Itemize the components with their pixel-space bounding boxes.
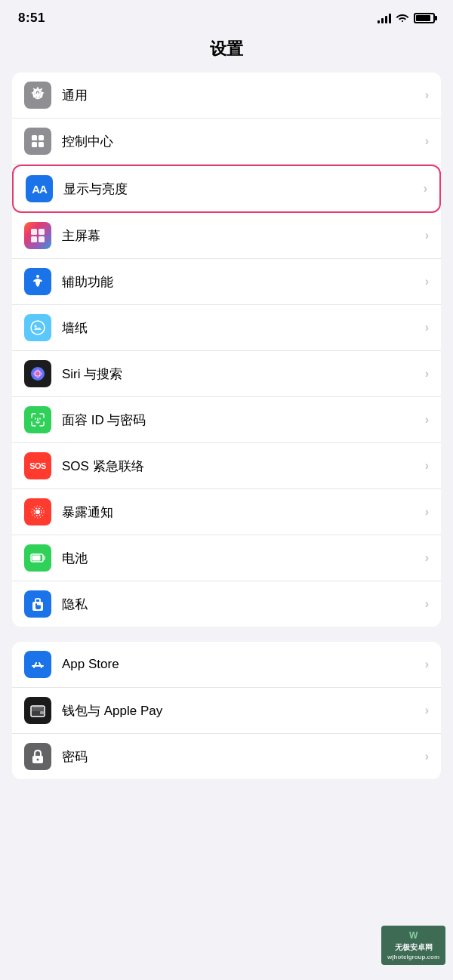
settings-row-siri[interactable]: Siri 与搜索 ›	[12, 351, 441, 397]
svg-rect-8	[39, 229, 45, 235]
svg-rect-6	[39, 142, 44, 147]
settings-row-privacy[interactable]: 隐私 ›	[12, 581, 441, 627]
svg-rect-9	[31, 236, 37, 242]
homescreen-chevron: ›	[425, 229, 429, 242]
settings-section-2: App Store › 钱包与 Apple Pay › 密码 ›	[12, 642, 441, 779]
status-icons	[378, 12, 435, 25]
settings-row-general[interactable]: 通用 ›	[12, 72, 441, 119]
control-center-chevron: ›	[425, 134, 429, 148]
settings-row-appstore[interactable]: App Store ›	[12, 642, 441, 688]
accessibility-label: 辅助功能	[62, 273, 425, 291]
accessibility-chevron: ›	[425, 275, 429, 288]
page-title: 设置	[0, 38, 453, 60]
svg-rect-29	[40, 711, 44, 714]
settings-row-control-center[interactable]: 控制中心 ›	[12, 119, 441, 165]
sos-label: SOS 紧急联络	[62, 458, 425, 475]
appstore-chevron: ›	[425, 658, 429, 671]
page-header: 设置	[0, 32, 453, 72]
wallpaper-label: 墙纸	[62, 319, 425, 337]
wallpaper-chevron: ›	[425, 321, 429, 334]
exposure-icon	[24, 498, 51, 525]
exposure-label: 暴露通知	[62, 504, 425, 521]
control-center-label: 控制中心	[62, 133, 425, 150]
general-chevron: ›	[425, 88, 429, 102]
wallet-chevron: ›	[425, 704, 429, 717]
display-icon: AA	[26, 175, 53, 202]
appstore-icon	[24, 651, 51, 678]
settings-row-battery[interactable]: 电池 ›	[12, 535, 441, 581]
status-bar: 8:51	[0, 0, 453, 32]
battery-label: 电池	[62, 550, 425, 567]
svg-rect-3	[32, 135, 37, 140]
watermark: W 无极安卓网 wjhotelgroup.com	[381, 926, 445, 965]
sos-chevron: ›	[425, 459, 429, 473]
signal-icon	[378, 13, 391, 23]
svg-point-11	[36, 275, 39, 278]
settings-row-sos[interactable]: SOS SOS 紧急联络 ›	[12, 443, 441, 489]
svg-rect-28	[31, 708, 45, 711]
privacy-label: 隐私	[62, 596, 425, 613]
privacy-chevron: ›	[425, 597, 429, 611]
siri-label: Siri 与搜索	[62, 365, 425, 383]
display-chevron: ›	[424, 182, 427, 196]
general-icon	[24, 82, 51, 109]
settings-row-wallet[interactable]: 钱包与 Apple Pay ›	[12, 688, 441, 734]
faceid-label: 面容 ID 与密码	[62, 411, 425, 429]
settings-row-exposure[interactable]: 暴露通知 ›	[12, 489, 441, 535]
wallpaper-icon	[24, 314, 51, 341]
password-chevron: ›	[425, 750, 429, 763]
battery-settings-icon	[24, 544, 51, 572]
homescreen-label: 主屏幕	[62, 227, 425, 245]
svg-point-2	[37, 92, 39, 94]
battery-chevron: ›	[425, 551, 429, 565]
siri-chevron: ›	[425, 367, 429, 381]
svg-rect-4	[39, 135, 44, 140]
wallet-label: 钱包与 Apple Pay	[62, 702, 425, 720]
settings-row-wallpaper[interactable]: 墙纸 ›	[12, 305, 441, 351]
svg-point-32	[37, 759, 39, 761]
settings-section-1: 通用 › 控制中心 › AA 显示与亮度 ›	[12, 72, 441, 627]
svg-point-14	[31, 367, 45, 381]
settings-row-homescreen[interactable]: 主屏幕 ›	[12, 213, 441, 259]
wifi-icon	[396, 12, 409, 25]
sos-icon: SOS	[24, 452, 51, 479]
siri-icon	[24, 360, 51, 387]
faceid-icon	[24, 406, 51, 433]
svg-rect-10	[39, 236, 45, 242]
status-time: 8:51	[18, 11, 45, 26]
watermark-text: 无极安卓网	[387, 942, 439, 953]
settings-row-accessibility[interactable]: 辅助功能 ›	[12, 259, 441, 305]
faceid-chevron: ›	[425, 413, 429, 427]
display-label: 显示与亮度	[63, 180, 424, 198]
svg-point-13	[35, 325, 37, 328]
svg-point-19	[35, 510, 40, 514]
settings-row-display[interactable]: AA 显示与亮度 ›	[12, 165, 441, 213]
battery-icon	[414, 13, 435, 23]
accessibility-icon	[24, 268, 51, 295]
privacy-icon	[24, 590, 51, 618]
general-label: 通用	[62, 87, 425, 104]
svg-rect-23	[32, 556, 41, 561]
svg-rect-5	[32, 142, 37, 147]
password-icon	[24, 743, 51, 770]
exposure-chevron: ›	[425, 505, 429, 519]
settings-row-password[interactable]: 密码 ›	[12, 734, 441, 779]
appstore-label: App Store	[62, 657, 425, 672]
svg-point-12	[31, 321, 45, 334]
password-label: 密码	[62, 748, 425, 766]
control-center-icon	[24, 128, 51, 155]
homescreen-icon	[24, 222, 51, 249]
wallet-icon	[24, 697, 51, 724]
watermark-url: wjhotelgroup.com	[387, 953, 439, 961]
settings-row-faceid[interactable]: 面容 ID 与密码 ›	[12, 397, 441, 443]
svg-rect-7	[31, 229, 37, 235]
